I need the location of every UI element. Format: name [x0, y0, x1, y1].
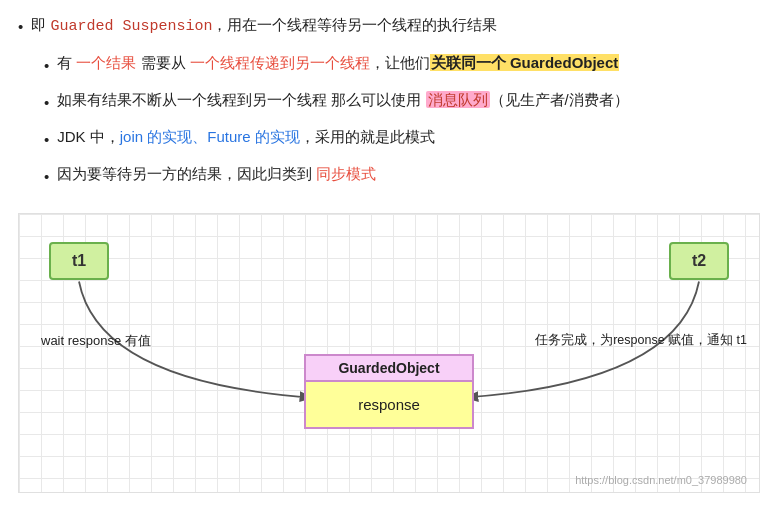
arrows-svg [19, 214, 759, 492]
guarded-object-header-text: GuardedObject [338, 360, 439, 376]
sub-bullet-4: • 因为要等待另一方的结果，因此归类到 同步模式 [44, 161, 629, 190]
sub-bullets-container: • 有 一个结果 需要从 一个线程传递到另一个线程，让他们关联同一个 Guard… [18, 50, 760, 199]
watermark-text: https://blog.csdn.net/m0_37989980 [575, 474, 747, 486]
sub-bullet-1-text: 有 一个结果 需要从 一个线程传递到另一个线程，让他们关联同一个 Guarded… [57, 50, 619, 76]
highlight-thread-transfer: 一个线程传递到另一个线程 [190, 54, 370, 71]
sub-bullet-3: • JDK 中，join 的实现、Future 的实现，采用的就是此模式 [44, 124, 629, 153]
highlight-result: 一个结果 [76, 54, 136, 71]
sub-dot-2: • [44, 90, 49, 116]
label-left-text: wait response 有值 [41, 333, 151, 348]
t2-box: t2 [669, 242, 729, 280]
sub-bullet-3-text: JDK 中，join 的实现、Future 的实现，采用的就是此模式 [57, 124, 435, 150]
t1-box: t1 [49, 242, 109, 280]
guarded-object-body: response [306, 382, 472, 427]
t1-label: t1 [72, 252, 86, 270]
main-bullet-1-text: 即 Guarded Suspension，用在一个线程等待另一个线程的执行结果 [31, 12, 497, 40]
sub-bullet-2: • 如果有结果不断从一个线程到另一个线程 那么可以使用 消息队列（见生产者/消费… [44, 87, 629, 116]
sub-list: • 有 一个结果 需要从 一个线程传递到另一个线程，让他们关联同一个 Guard… [44, 50, 629, 199]
highlight-message-queue: 消息队列 [426, 91, 490, 108]
guarded-suspension-code: Guarded Suspension [50, 18, 212, 35]
t2-label: t2 [692, 252, 706, 270]
sub-bullet-2-text: 如果有结果不断从一个线程到另一个线程 那么可以使用 消息队列（见生产者/消费者） [57, 87, 629, 113]
bullet-dot: • [18, 14, 23, 40]
diagram-area: t1 t2 wait response 有值 任务完成，为response 赋值… [18, 213, 760, 493]
sub-dot-1: • [44, 53, 49, 79]
main-list: • 即 Guarded Suspension，用在一个线程等待另一个线程的执行结… [18, 12, 760, 199]
label-right-text: 任务完成，为response 赋值，通知 t1 [535, 333, 747, 347]
diagram-inner: t1 t2 wait response 有值 任务完成，为response 赋值… [19, 214, 759, 492]
main-content: • 即 Guarded Suspension，用在一个线程等待另一个线程的执行结… [0, 0, 778, 501]
guarded-object-container: GuardedObject response [304, 354, 474, 429]
highlight-join-future: join 的实现、Future 的实现 [120, 128, 300, 145]
sub-bullet-4-text: 因为要等待另一方的结果，因此归类到 同步模式 [57, 161, 376, 187]
guarded-object-header: GuardedObject [306, 356, 472, 382]
label-left: wait response 有值 [41, 332, 151, 350]
highlight-sync-mode: 同步模式 [316, 165, 376, 182]
watermark: https://blog.csdn.net/m0_37989980 [575, 474, 747, 486]
main-bullet-1: • 即 Guarded Suspension，用在一个线程等待另一个线程的执行结… [18, 12, 760, 40]
sub-bullet-1: • 有 一个结果 需要从 一个线程传递到另一个线程，让他们关联同一个 Guard… [44, 50, 629, 79]
guarded-object-body-text: response [358, 396, 420, 413]
sub-dot-3: • [44, 127, 49, 153]
label-right: 任务完成，为response 赋值，通知 t1 [487, 332, 747, 349]
highlight-guarded-object: 关联同一个 GuardedObject [430, 54, 620, 71]
sub-dot-4: • [44, 164, 49, 190]
